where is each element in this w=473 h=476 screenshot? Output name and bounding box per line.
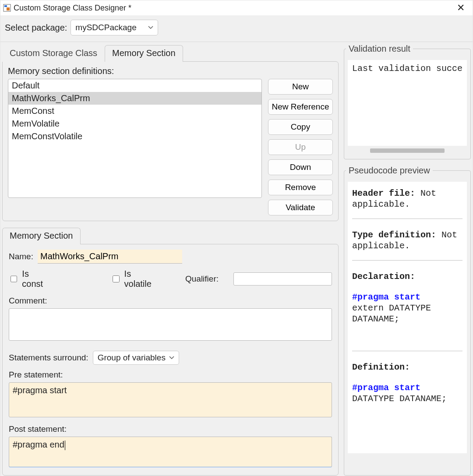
declaration-pragma: #pragma start bbox=[352, 292, 462, 303]
qualifier-input[interactable] bbox=[233, 272, 332, 286]
validation-result-text: Last validation succe bbox=[348, 60, 467, 146]
copy-button[interactable]: Copy bbox=[268, 119, 333, 135]
tab-memory-section[interactable]: Memory Section bbox=[105, 45, 183, 62]
select-package-label: Select package: bbox=[5, 23, 67, 33]
toolbar: Select package: mySDCPackage bbox=[0, 15, 473, 42]
detail-tabs: Memory Section bbox=[2, 227, 339, 244]
main-tabs: Custom Storage Class Memory Section bbox=[2, 45, 339, 61]
down-button[interactable]: Down bbox=[268, 159, 333, 175]
declaration-label: Declaration: bbox=[352, 271, 462, 282]
declaration-line: extern DATATYPE DATANAME; bbox=[352, 303, 462, 324]
new-reference-button[interactable]: New Reference bbox=[268, 99, 333, 115]
validation-result-title: Validation result bbox=[346, 44, 413, 54]
chevron-down-icon bbox=[169, 356, 174, 360]
definitions-buttons: New New Reference Copy Up Down Remove Va… bbox=[268, 79, 333, 215]
close-button[interactable]: ✕ bbox=[452, 2, 469, 14]
tab-custom-storage-class[interactable]: Custom Storage Class bbox=[2, 45, 105, 62]
package-dropdown[interactable]: mySDCPackage bbox=[71, 20, 158, 35]
pseudocode-preview-panel: Pseudocode preview Header file: Not appl… bbox=[344, 166, 471, 476]
package-dropdown-value: mySDCPackage bbox=[75, 23, 136, 32]
svg-rect-2 bbox=[7, 7, 10, 11]
is-volatile-checkbox[interactable]: Is volatile bbox=[111, 269, 155, 289]
pre-statement-textarea[interactable]: #pragma start bbox=[9, 382, 332, 417]
svg-rect-1 bbox=[4, 5, 7, 7]
definition-label: Definition: bbox=[352, 362, 462, 373]
memory-section-panel: Memory section definitions: DefaultMathW… bbox=[2, 61, 339, 221]
post-statement-textarea[interactable]: #pragma end bbox=[9, 437, 332, 467]
list-item[interactable]: MemConstVolatile bbox=[8, 130, 261, 143]
tab-detail-memory-section[interactable]: Memory Section bbox=[2, 228, 81, 244]
statements-surround-label: Statements surround: bbox=[9, 353, 88, 363]
app-icon bbox=[3, 4, 11, 12]
statements-surround-dropdown[interactable]: Group of variables bbox=[93, 351, 179, 365]
pre-statement-label: Pre statement: bbox=[9, 370, 332, 380]
validate-button[interactable]: Validate bbox=[268, 200, 333, 215]
comment-textarea[interactable] bbox=[9, 308, 332, 341]
new-button[interactable]: New bbox=[268, 79, 333, 95]
left-column: Custom Storage Class Memory Section Memo… bbox=[0, 42, 342, 476]
definition-line: DATATYPE DATANAME; bbox=[352, 393, 462, 404]
validation-scrollbar[interactable] bbox=[349, 147, 465, 155]
validation-result-panel: Validation result Last validation succe bbox=[344, 44, 471, 159]
window-title: Custom Storage Class Designer * bbox=[14, 4, 131, 13]
titlebar: Custom Storage Class Designer * ✕ bbox=[0, 0, 473, 15]
definitions-label: Memory section definitions: bbox=[8, 66, 333, 76]
list-item[interactable]: MemConst bbox=[8, 105, 261, 117]
type-definition-label: Type definition: bbox=[352, 230, 436, 240]
list-item[interactable]: MemVolatile bbox=[8, 117, 261, 130]
comment-label: Comment: bbox=[9, 296, 332, 306]
pre-statement-value: #pragma start bbox=[13, 385, 67, 395]
post-statement-label: Post statement: bbox=[9, 424, 332, 434]
statements-surround-value: Group of variables bbox=[98, 353, 166, 363]
list-item[interactable]: MathWorks_CalPrm bbox=[8, 92, 261, 105]
app-window: Custom Storage Class Designer * ✕ Select… bbox=[0, 0, 473, 476]
definitions-listbox[interactable]: DefaultMathWorks_CalPrmMemConstMemVolati… bbox=[8, 79, 262, 198]
header-file-label: Header file: bbox=[352, 188, 415, 198]
up-button[interactable]: Up bbox=[268, 139, 333, 155]
post-statement-value: #pragma end bbox=[13, 440, 64, 449]
chevron-down-icon bbox=[148, 26, 153, 29]
is-const-checkbox[interactable]: Is const bbox=[9, 269, 48, 289]
pseudocode-preview-title: Pseudocode preview bbox=[346, 166, 433, 176]
text-cursor bbox=[65, 441, 65, 450]
definition-pragma: #pragma start bbox=[352, 382, 462, 393]
remove-button[interactable]: Remove bbox=[268, 180, 333, 195]
qualifier-label: Qualifier: bbox=[185, 274, 219, 284]
name-label: Name: bbox=[9, 252, 33, 261]
list-item[interactable]: Default bbox=[8, 79, 261, 92]
right-column: Validation result Last validation succe … bbox=[342, 42, 473, 476]
is-volatile-label: Is volatile bbox=[124, 269, 155, 289]
name-input[interactable] bbox=[38, 250, 182, 264]
is-const-input[interactable] bbox=[11, 275, 17, 283]
detail-panel: Name: Is const Is volatile Qualifier: bbox=[2, 244, 339, 476]
is-const-label: Is const bbox=[22, 269, 48, 289]
pseudocode-preview-content: Header file: Not applicable. Type defini… bbox=[348, 182, 467, 453]
is-volatile-input[interactable] bbox=[113, 275, 119, 283]
